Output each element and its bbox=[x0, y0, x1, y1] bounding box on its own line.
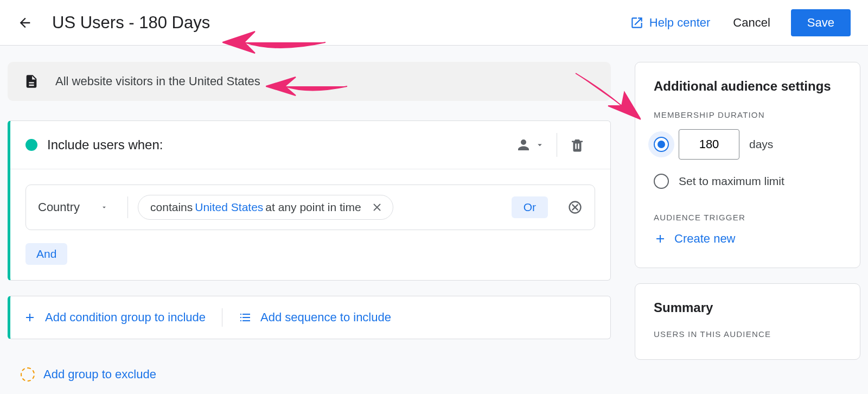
membership-duration-label: MEMBERSHIP DURATION bbox=[654, 110, 841, 119]
summary-card: Summary USERS IN THIS AUDIENCE bbox=[635, 283, 860, 360]
dimension-selector[interactable]: Country bbox=[38, 200, 118, 214]
condition-filter-pill[interactable]: contains United States at any point in t… bbox=[138, 195, 393, 220]
plus-icon bbox=[23, 311, 36, 324]
save-button[interactable]: Save bbox=[791, 9, 851, 36]
add-sequence-link[interactable]: Add sequence to include bbox=[239, 310, 391, 325]
create-trigger-label: Create new bbox=[674, 232, 736, 246]
document-icon bbox=[24, 74, 39, 89]
pill-value: United States bbox=[195, 201, 263, 214]
duration-max-row: Set to maximum limit bbox=[654, 174, 841, 189]
duration-max-radio[interactable] bbox=[654, 174, 669, 189]
add-sequence-label: Add sequence to include bbox=[260, 310, 391, 325]
add-exclude-label: Add group to exclude bbox=[43, 367, 156, 382]
duration-max-label: Set to maximum limit bbox=[679, 175, 784, 188]
pill-suffix: at any point in time bbox=[265, 201, 361, 214]
include-heading: Include users when: bbox=[47, 137, 163, 152]
include-condition-header: Include users when: bbox=[10, 121, 610, 169]
person-icon bbox=[515, 137, 532, 153]
open-external-icon bbox=[630, 16, 644, 30]
create-trigger-link[interactable]: Create new bbox=[654, 232, 841, 246]
add-exclude-group[interactable]: Add group to exclude bbox=[8, 367, 611, 382]
condition-row: Country contains United States at any po… bbox=[25, 185, 595, 230]
help-center-label: Help center bbox=[649, 16, 711, 30]
audience-trigger-label: AUDIENCE TRIGGER bbox=[654, 213, 841, 222]
include-condition-body: Country contains United States at any po… bbox=[10, 169, 610, 280]
plus-icon bbox=[654, 232, 667, 245]
settings-title: Additional audience settings bbox=[654, 79, 841, 94]
back-arrow-icon[interactable] bbox=[17, 15, 33, 30]
duration-custom-radio[interactable] bbox=[654, 137, 669, 152]
days-label: days bbox=[749, 138, 773, 151]
scope-selector[interactable] bbox=[506, 137, 554, 153]
include-condition-card: Include users when: Country bbox=[8, 120, 611, 281]
caret-down-icon bbox=[100, 204, 108, 211]
duration-days-input[interactable] bbox=[679, 129, 739, 160]
clear-filter-icon[interactable] bbox=[371, 201, 383, 213]
divider bbox=[127, 196, 128, 218]
left-column: All website visitors in the United State… bbox=[0, 62, 611, 394]
add-links-card: Add condition group to include Add seque… bbox=[8, 296, 611, 339]
page-title: US Users - 180 Days bbox=[52, 13, 210, 33]
dimension-label: Country bbox=[38, 200, 80, 214]
or-button[interactable]: Or bbox=[512, 196, 548, 218]
divider bbox=[222, 308, 222, 327]
audience-description-text: All website visitors in the United State… bbox=[55, 74, 260, 88]
include-indicator-icon bbox=[25, 139, 37, 151]
caret-down-icon bbox=[535, 140, 545, 150]
and-button[interactable]: And bbox=[25, 243, 67, 265]
header-bar: US Users - 180 Days Help center Cancel S… bbox=[0, 0, 868, 46]
summary-title: Summary bbox=[654, 300, 841, 315]
add-condition-group-link[interactable]: Add condition group to include bbox=[23, 310, 206, 325]
sequence-icon bbox=[239, 311, 252, 324]
help-center-link[interactable]: Help center bbox=[630, 16, 711, 30]
remove-row-icon[interactable] bbox=[567, 200, 583, 215]
summary-users-label: USERS IN THIS AUDIENCE bbox=[654, 329, 841, 339]
trash-icon bbox=[569, 137, 585, 153]
audience-settings-card: Additional audience settings MEMBERSHIP … bbox=[635, 62, 860, 268]
body-area: All website visitors in the United State… bbox=[0, 46, 868, 394]
duration-custom-row: days bbox=[654, 129, 841, 160]
dashed-circle-icon bbox=[21, 367, 35, 382]
pill-prefix: contains bbox=[150, 201, 193, 214]
audience-description-card[interactable]: All website visitors in the United State… bbox=[8, 62, 611, 101]
divider bbox=[557, 133, 557, 157]
add-condition-group-label: Add condition group to include bbox=[45, 310, 206, 325]
right-column: Additional audience settings MEMBERSHIP … bbox=[635, 62, 868, 394]
delete-condition-group[interactable] bbox=[559, 137, 595, 153]
cancel-button[interactable]: Cancel bbox=[730, 15, 773, 30]
